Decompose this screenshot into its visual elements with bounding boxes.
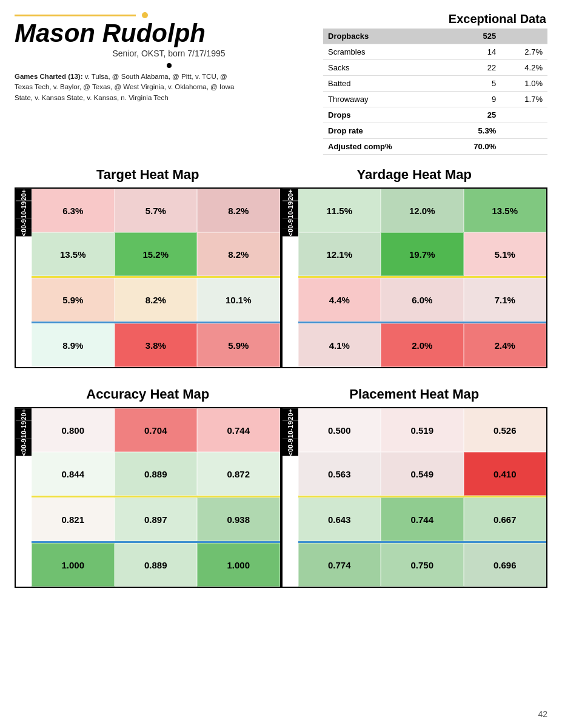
- heatmap-cell: 0.549: [381, 452, 464, 496]
- placement-heatmap-title: Placement Heat Map: [281, 386, 548, 402]
- heatmap-cell: 4.1%: [298, 323, 381, 367]
- heatmap-cells-col: 0.5000.5190.5260.5630.5490.4100.6430.744…: [298, 408, 547, 587]
- heatmap-cell: 5.1%: [464, 232, 547, 276]
- heatmap-cell: 12.0%: [381, 189, 464, 232]
- heatmap-label: <0: [283, 229, 298, 237]
- heatmap-row: 4.4%6.0%7.1%: [298, 278, 547, 322]
- heatmap-cell: 8.2%: [197, 189, 280, 232]
- heatmap-cell: 0.667: [464, 497, 547, 541]
- exceptional-row: Dropbacks525: [323, 29, 547, 44]
- heatmap-cell: 2.0%: [381, 323, 464, 367]
- heatmap-row: 0.7740.7500.696: [298, 543, 547, 587]
- heatmap-cell: 0.844: [32, 452, 115, 496]
- player-info: Mason Rudolph Senior, OKST, born 7/17/19…: [15, 12, 323, 103]
- exceptional-cell-label: Drops: [323, 107, 447, 123]
- heatmap-label: 20+: [283, 189, 298, 201]
- heatmap-cell: 8.9%: [32, 323, 115, 367]
- heatmap-label: <0: [16, 448, 32, 456]
- heatmap-labels-col: 20+10-190-9<0: [283, 189, 298, 367]
- exceptional-cell-label: Dropbacks: [323, 29, 447, 44]
- heatmap-cell: 8.2%: [197, 232, 280, 276]
- heatmap-cell: 0.750: [381, 543, 464, 587]
- accuracy-heatmap-title: Accuracy Heat Map: [15, 386, 281, 402]
- heatmap-label: 20+: [283, 408, 298, 420]
- heatmap-label: <0: [16, 229, 32, 237]
- exceptional-title: Exceptional Data: [323, 12, 547, 26]
- exceptional-row: Drops25: [323, 107, 547, 123]
- heatmap-cell: 2.4%: [464, 323, 547, 367]
- heatmap-row: 0.8000.7040.744: [32, 408, 280, 452]
- player-subtitle: Senior, OKST, born 7/17/1995: [15, 49, 323, 58]
- exceptional-cell-val1: 525: [447, 29, 501, 44]
- heatmap-cell: 0.744: [197, 408, 280, 452]
- heatmap-cell: 0.897: [115, 497, 198, 541]
- heatmap-cell: 0.938: [197, 497, 280, 541]
- exceptional-row: Batted51.0%: [323, 76, 547, 92]
- heatmap-cell: 8.2%: [115, 278, 198, 322]
- top-bar: [15, 12, 323, 18]
- heatmap-row: 0.8440.8890.872: [32, 452, 280, 496]
- heatmap-cell: 11.5%: [298, 189, 381, 232]
- heatmap-cell: 15.2%: [115, 232, 198, 276]
- heatmap-row: 13.5%15.2%8.2%: [32, 232, 280, 276]
- heatmap-label: 0-9: [283, 218, 298, 229]
- heatmap-label: 20+: [16, 408, 32, 420]
- heatmap-labels-col: 20+10-190-9<0: [16, 408, 32, 587]
- heatmap-row: 6.3%5.7%8.2%: [32, 189, 280, 232]
- games-charted: Games Charted (13): v. Tulsa, @ South Al…: [15, 72, 245, 103]
- heatmap-row: 5.9%8.2%10.1%: [32, 278, 280, 322]
- heatmap-cell: 0.744: [381, 497, 464, 541]
- yardage-heatmap-title: Yardage Heat Map: [281, 167, 548, 183]
- heatmap-label: <0: [283, 448, 298, 456]
- heatmap-row: 12.1%19.7%5.1%: [298, 232, 547, 276]
- gold-dot-decoration: [142, 12, 148, 18]
- heatmap-cell: 13.5%: [32, 232, 115, 276]
- heatmap-cell: 0.526: [464, 408, 547, 452]
- heatmap-cell: 0.500: [298, 408, 381, 452]
- exceptional-cell-val2: [501, 107, 547, 123]
- heatmap-cells-col: 11.5%12.0%13.5%12.1%19.7%5.1%4.4%6.0%7.1…: [298, 189, 547, 367]
- exceptional-cell-val2: 2.7%: [501, 44, 547, 60]
- header-section: Mason Rudolph Senior, OKST, born 7/17/19…: [15, 12, 547, 155]
- heatmap-cell: 5.9%: [197, 323, 280, 367]
- heatmap-cell: 0.410: [464, 452, 547, 496]
- placement-heatmap-container: Placement Heat Map 20+10-190-9<00.5000.5…: [281, 386, 548, 588]
- exceptional-cell-val2: [501, 123, 547, 139]
- exceptional-cell-val1: 14: [447, 44, 501, 60]
- exceptional-cell-val1: 22: [447, 60, 501, 76]
- heatmap-label: 0-9: [16, 218, 32, 229]
- heatmap-row: 1.0000.8891.000: [32, 543, 280, 587]
- heatmap-cell: 4.4%: [298, 278, 381, 322]
- heatmap-label: 20+: [16, 189, 32, 201]
- heatmap-label: 10-19: [16, 420, 32, 438]
- target-heatmap-container: Target Heat Map 20+10-190-9<06.3%5.7%8.2…: [15, 167, 281, 368]
- heatmap-cell: 5.7%: [115, 189, 198, 232]
- heatmap-cell: 0.696: [464, 543, 547, 587]
- heatmap-cell: 3.8%: [115, 323, 198, 367]
- placement-heatmap-grid: 20+10-190-9<00.5000.5190.5260.5630.5490.…: [281, 407, 548, 588]
- heatmap-cell: 13.5%: [464, 189, 547, 232]
- exceptional-cell-val2: 1.0%: [501, 76, 547, 92]
- heatmap-row: 0.5000.5190.526: [298, 408, 547, 452]
- heatmap-cell: 7.1%: [464, 278, 547, 322]
- heatmaps-row-1: Target Heat Map 20+10-190-9<06.3%5.7%8.2…: [15, 167, 547, 368]
- heatmap-cell: 6.3%: [32, 189, 115, 232]
- heatmap-cell: 5.9%: [32, 278, 115, 322]
- heatmap-label: 10-19: [283, 201, 298, 218]
- heatmap-cell: 1.000: [32, 543, 115, 587]
- exceptional-cell-label: Scrambles: [323, 44, 447, 60]
- exceptional-cell-val2: 1.7%: [501, 92, 547, 107]
- exceptional-cell-val2: [501, 139, 547, 155]
- heatmap-cell: 12.1%: [298, 232, 381, 276]
- heatmap-row: 0.8210.8970.938: [32, 497, 280, 541]
- heatmap-label: 0-9: [283, 438, 298, 448]
- exceptional-row: Adjusted comp%70.0%: [323, 139, 547, 155]
- heatmap-cell: 19.7%: [381, 232, 464, 276]
- heatmap-cell: 0.774: [298, 543, 381, 587]
- exceptional-cell-label: Drop rate: [323, 123, 447, 139]
- yardage-heatmap-container: Yardage Heat Map 20+10-190-9<011.5%12.0%…: [281, 167, 548, 368]
- heatmap-cell: 0.643: [298, 497, 381, 541]
- player-name: Mason Rudolph: [15, 19, 323, 47]
- exceptional-row: Drop rate5.3%: [323, 123, 547, 139]
- exceptional-cell-val1: 5: [447, 76, 501, 92]
